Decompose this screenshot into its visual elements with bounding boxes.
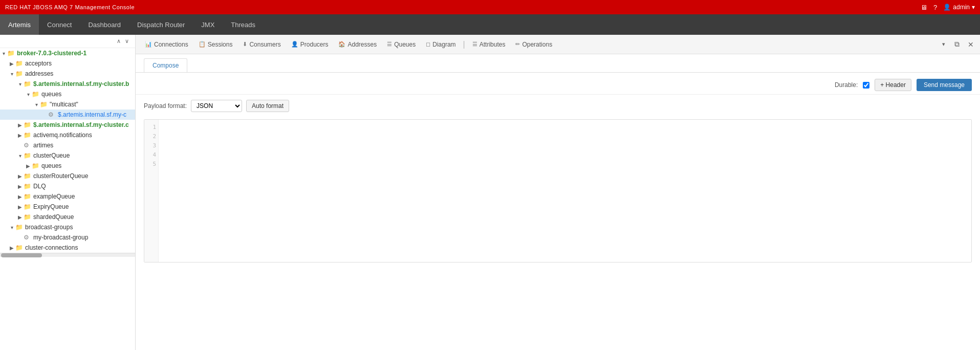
label-cluster-connections: cluster-connections	[25, 244, 78, 251]
tree-row-multicast[interactable]: ▾ 📁 "multicast"	[0, 99, 135, 110]
tab-queues-label: Queues	[394, 41, 416, 48]
diagram-icon: ◻	[426, 41, 430, 48]
line-num-3: 3	[146, 141, 156, 150]
tab-diagram[interactable]: ◻ Diagram	[421, 35, 461, 54]
folder-icon-clusterrouterqueue: 📁	[24, 172, 32, 180]
tree-row-clusterrouterqueue[interactable]: ▶ 📁 clusterRouterQueue	[0, 171, 135, 181]
question-icon[interactable]: ?	[933, 4, 937, 11]
payload-row: Payload format: JSON Text Object Auto fo…	[136, 97, 980, 115]
folder-icon-shardedqueue: 📁	[24, 213, 32, 221]
tree-row-dlq[interactable]: ▶ 📁 DLQ	[0, 181, 135, 191]
tab-sessions[interactable]: 📋 Sessions	[193, 35, 238, 54]
producers-icon: 👤	[291, 41, 298, 48]
compose-tab[interactable]: Compose	[144, 58, 187, 72]
toggle-dlq: ▶	[16, 184, 24, 189]
toggle-cluster-connections: ▶	[8, 245, 15, 251]
toggle-broadcast-groups: ▾	[8, 225, 15, 230]
send-message-button[interactable]: Send message	[917, 79, 972, 91]
sidebar-expand-btn[interactable]: ∨	[123, 37, 131, 46]
tab-connections[interactable]: 📊 Connections	[140, 35, 193, 54]
tab-dropdown-btn[interactable]: ▾	[939, 39, 948, 50]
folder-icon-queues1: 📁	[32, 91, 40, 98]
label-clusterqueue: clusterQueue	[33, 152, 70, 159]
folder-icon-artemis-sf2: 📁	[24, 121, 32, 128]
nav-item-dispatch-router[interactable]: Dispatch Router	[129, 14, 193, 35]
tree-row-queues3[interactable]: ▶ 📁 queues	[0, 161, 135, 171]
label-queues3: queues	[41, 162, 61, 169]
user-caret-icon: ▾	[972, 4, 975, 11]
gear-icon-artemis-selected: ⚙	[48, 111, 56, 118]
tree-row-cluster-connections[interactable]: ▶ 📁 cluster-connections	[0, 243, 135, 253]
toggle-expiryqueue: ▶	[16, 204, 24, 210]
tree-row-queues1[interactable]: ▾ 📁 queues	[0, 89, 135, 99]
folder-icon-cluster-connections: 📁	[15, 244, 24, 251]
tree-row-artemis-sf2[interactable]: ▶ 📁 $.artemis.internal.sf.my-cluster.c	[0, 120, 135, 130]
tree-row-expiryqueue[interactable]: ▶ 📁 ExpiryQueue	[0, 202, 135, 212]
tree-row-artemis-selected[interactable]: ⚙ $.artemis.internal.sf.my-c	[0, 110, 135, 120]
folder-icon-artemis-sf: 📁	[24, 80, 32, 88]
label-expiryqueue: ExpiryQueue	[33, 203, 69, 210]
gear-icon-my-broadcast-group: ⚙	[24, 234, 32, 241]
sidebar-hscroll-thumb[interactable]	[1, 253, 42, 257]
tab-producers[interactable]: 👤 Producers	[286, 35, 334, 54]
top-bar: RED HAT JBOSS AMQ 7 Management Console 🖥…	[0, 0, 980, 14]
attributes-icon: ☰	[472, 41, 477, 48]
brand-name: RED HAT JBOSS AMQ 7	[5, 4, 73, 10]
nav-item-artemis[interactable]: Artemis	[0, 14, 39, 35]
nav-item-dashboard[interactable]: Dashboard	[80, 14, 129, 35]
sidebar-collapse-btn[interactable]: ∧	[115, 37, 123, 46]
folder-icon-addresses: 📁	[15, 70, 24, 77]
folder-icon-queues3: 📁	[32, 162, 40, 169]
tab-queues[interactable]: ☰ Queues	[382, 35, 421, 54]
toggle-examplequeue: ▶	[16, 194, 24, 200]
payload-format-select[interactable]: JSON Text Object	[191, 100, 242, 112]
queues-icon: ☰	[387, 41, 392, 48]
line-num-1: 1	[146, 123, 156, 132]
line-num-4: 4	[146, 150, 156, 160]
tab-addresses-label: Addresses	[347, 41, 377, 48]
sessions-icon: 📋	[199, 41, 206, 48]
label-artemis-sf2: $.artemis.internal.sf.my-cluster.c	[33, 121, 129, 128]
toggle-queues1: ▾	[25, 92, 32, 97]
tree-row-artimes[interactable]: ⚙ artimes	[0, 140, 135, 150]
durable-checkbox[interactable]	[863, 82, 869, 89]
tree-row-acceptors[interactable]: ▶ 📁 acceptors	[0, 58, 135, 69]
tree-row-shardedqueue[interactable]: ▶ 📁 shardedQueue	[0, 212, 135, 222]
tab-popout-btn[interactable]: ⧉	[952, 38, 962, 51]
toggle-artemis-sf: ▾	[16, 81, 24, 87]
operations-icon: ✏	[515, 41, 520, 48]
line-num-5: 5	[146, 160, 156, 169]
tab-attributes[interactable]: ☰ Attributes	[467, 35, 511, 54]
code-textarea[interactable]	[159, 120, 971, 262]
label-my-broadcast-group: my-broadcast-group	[33, 234, 88, 241]
tree-row-addresses[interactable]: ▾ 📁 addresses	[0, 69, 135, 79]
desktop-icon[interactable]: 🖥	[921, 4, 927, 11]
tab-operations[interactable]: ✏ Operations	[510, 35, 557, 54]
tree-row-broadcast-groups[interactable]: ▾ 📁 broadcast-groups	[0, 222, 135, 232]
tab-addresses[interactable]: 🏠 Addresses	[333, 35, 382, 54]
tab-separator: |	[461, 40, 467, 49]
tree-row-clusterqueue[interactable]: ▾ 📁 clusterQueue	[0, 150, 135, 161]
addresses-icon: 🏠	[338, 41, 345, 48]
line-numbers: 1 2 3 4 5	[144, 120, 159, 262]
auto-format-button[interactable]: Auto format	[246, 100, 289, 112]
nav-item-threads[interactable]: Threads	[223, 14, 264, 35]
tab-consumers-label: Consumers	[249, 41, 280, 48]
folder-icon-broadcast-groups: 📁	[15, 224, 24, 231]
tree-row-examplequeue[interactable]: ▶ 📁 exampleQueue	[0, 191, 135, 202]
tree-row-broker[interactable]: ▾ 📁 broker-7.0.3-clustered-1	[0, 48, 135, 58]
tree-row-activemq[interactable]: ▶ 📁 activemq.notifications	[0, 130, 135, 140]
toggle-addresses: ▾	[8, 71, 15, 77]
label-broker: broker-7.0.3-clustered-1	[17, 50, 86, 57]
nav-item-jmx[interactable]: JMX	[193, 14, 223, 35]
nav-item-connect[interactable]: Connect	[39, 14, 80, 35]
tab-close-btn[interactable]: ✕	[966, 38, 976, 51]
user-icon: 👤	[943, 4, 951, 11]
user-menu[interactable]: 👤 admin ▾	[943, 4, 975, 11]
tree-row-artemis-sf[interactable]: ▾ 📁 $.artemis.internal.sf.my-cluster.b	[0, 79, 135, 89]
toggle-activemq: ▶	[16, 133, 24, 138]
folder-icon-activemq: 📁	[24, 132, 32, 139]
tab-consumers[interactable]: ⬇ Consumers	[237, 35, 286, 54]
tree-row-my-broadcast-group[interactable]: ⚙ my-broadcast-group	[0, 232, 135, 243]
header-button[interactable]: + Header	[875, 79, 911, 91]
